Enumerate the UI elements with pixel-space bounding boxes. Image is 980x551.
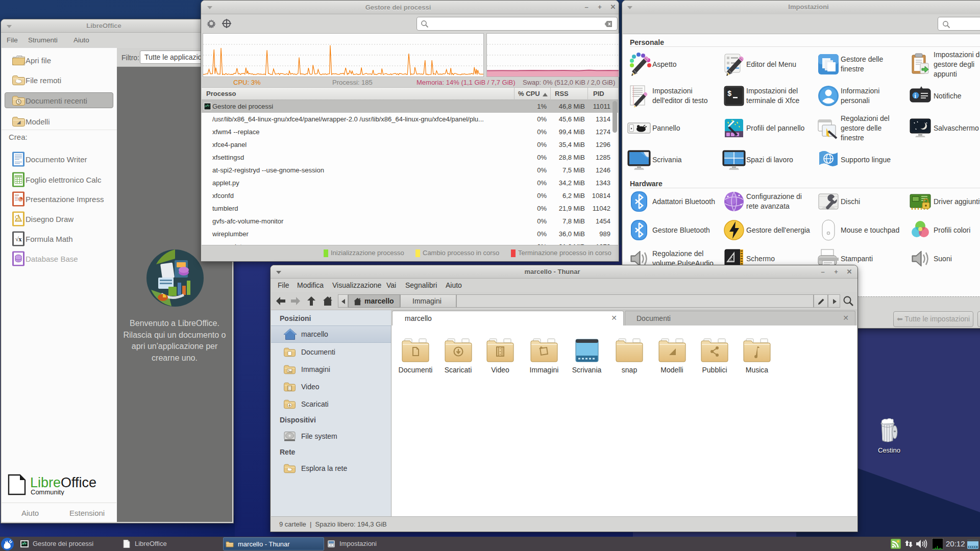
svg-text:$: $ bbox=[727, 90, 731, 98]
svg-text:√x: √x bbox=[15, 236, 22, 243]
svg-text:Office: Office bbox=[61, 475, 96, 490]
svg-text:Community: Community bbox=[31, 488, 64, 496]
